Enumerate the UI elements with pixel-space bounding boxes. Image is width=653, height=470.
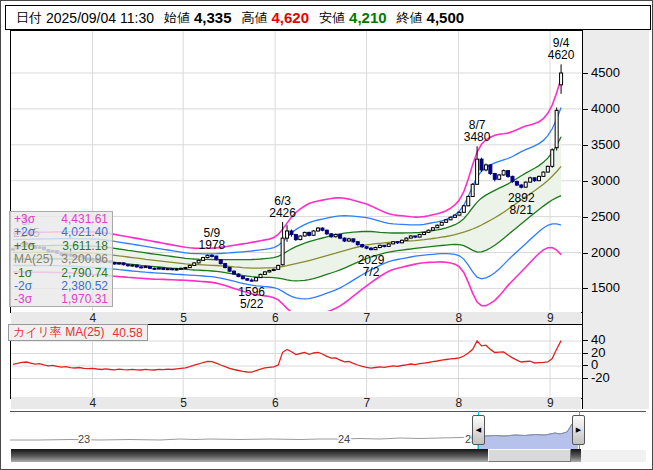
ohlc-header: 日付 2025/09/04 11:30 始値 4,335 高値 4,620 安値…	[5, 5, 651, 30]
axis-tick	[583, 109, 588, 110]
axis-tick	[583, 145, 588, 146]
candle-body	[171, 269, 174, 270]
candle-body	[277, 265, 280, 269]
legend-label: -3σ	[14, 293, 32, 306]
candle-body	[246, 279, 249, 280]
candle-body	[400, 240, 403, 243]
navigator-right-handle[interactable]: ▶	[572, 415, 585, 445]
chart-annotation: 4620	[548, 48, 575, 62]
candle-body	[423, 232, 426, 234]
price-tick-label: 2500	[591, 209, 620, 224]
candle-body	[511, 176, 514, 181]
navigator-left-handle[interactable]: ◀	[472, 415, 485, 445]
candle-body	[498, 175, 501, 179]
candle-body	[184, 268, 187, 269]
month-tick-label: 9	[547, 311, 554, 325]
legend-row: -1σ2,790.74	[14, 267, 108, 280]
candle-body	[502, 171, 505, 175]
candle-body	[188, 265, 191, 267]
range-navigator[interactable]: 232425	[10, 411, 646, 450]
chart-annotation: 5/22	[240, 297, 264, 311]
legend-label: MA(25)	[14, 253, 53, 266]
legend-row: MA(25)3,200.96	[14, 253, 108, 266]
candle-body	[255, 278, 258, 281]
price-tick-label: 3500	[591, 137, 620, 152]
candle-body	[533, 178, 536, 181]
candle-body	[431, 228, 434, 231]
chart-annotation: 8/21	[510, 203, 534, 217]
legend-label: -1σ	[14, 267, 32, 280]
candle-body	[383, 245, 386, 246]
candle-body	[135, 265, 138, 267]
stock-chart-widget: 日付 2025/09/04 11:30 始値 4,335 高値 4,620 安値…	[0, 0, 653, 470]
candle-body	[153, 268, 156, 269]
date-value: 2025/09/04 11:30	[46, 10, 154, 26]
candle-body	[361, 245, 364, 247]
candle-body	[202, 258, 205, 261]
candle-body	[206, 255, 209, 257]
candle-body	[149, 267, 152, 269]
legend-value: 2,790.74	[61, 267, 108, 280]
month-tick-label: 7	[364, 396, 371, 410]
candle-body	[286, 231, 289, 238]
legend-label: +1σ	[14, 240, 35, 253]
month-tick-label: 4	[90, 311, 97, 325]
legend-row: +2σ4,021.40	[14, 226, 108, 239]
legend-value: 1,970.31	[61, 293, 108, 306]
candle-body	[268, 270, 271, 271]
candle-body	[144, 267, 147, 268]
candle-body	[392, 242, 395, 244]
candle-body	[210, 255, 213, 256]
price-tick-label: 3000	[591, 173, 620, 188]
candle-body	[555, 110, 558, 147]
horizontal-scrollbar[interactable]	[11, 449, 581, 462]
candle-body	[316, 228, 319, 231]
candle-body	[546, 166, 549, 172]
candle-body	[193, 263, 196, 266]
main-month-axis: 456789	[11, 312, 581, 324]
candle-body	[396, 242, 399, 243]
candle-body	[454, 215, 457, 217]
candle-body	[237, 274, 240, 277]
axis-tick	[583, 73, 588, 74]
candle-body	[405, 238, 408, 240]
high-value: 4,620	[272, 9, 310, 26]
candle-body	[290, 231, 293, 235]
candle-body	[250, 280, 253, 281]
candle-body	[493, 174, 496, 180]
deviation-tick-label: -20	[591, 370, 610, 385]
candle-body	[126, 265, 129, 266]
candle-body	[219, 260, 222, 264]
candle-body	[440, 222, 443, 225]
candle-body	[299, 236, 302, 240]
candle-body	[131, 265, 134, 266]
candle-body	[480, 159, 483, 170]
low-label: 安値	[319, 9, 345, 27]
candle-body	[409, 236, 412, 238]
legend-label: -2σ	[14, 280, 32, 293]
price-tick-label: 1500	[591, 280, 620, 295]
candle-body	[537, 176, 540, 180]
candle-body	[356, 242, 359, 245]
deviation-line	[13, 341, 561, 373]
candle-body	[339, 235, 342, 239]
candle-body	[157, 268, 160, 269]
close-value: 4,500	[427, 9, 465, 26]
low-value: 4,210	[349, 9, 387, 26]
axis-tick	[583, 340, 588, 341]
legend-value: 3,611.18	[62, 240, 108, 253]
left-arrow-icon: ◀	[476, 426, 481, 434]
candle-body	[233, 271, 236, 274]
deviation-label: カイリ率 MA(25)	[13, 324, 105, 341]
scrollbar-thumb[interactable]	[488, 449, 571, 462]
legend-value: 4,431.61	[61, 213, 108, 226]
candle-body	[374, 247, 377, 249]
candle-body	[272, 269, 275, 270]
candle-body	[484, 165, 487, 170]
candle-body	[343, 238, 346, 241]
deviation-axis: 40200-20	[582, 324, 649, 409]
month-tick-label: 8	[456, 311, 463, 325]
candle-body	[263, 272, 266, 275]
month-tick-label: 6	[272, 396, 279, 410]
candle-body	[140, 267, 143, 268]
